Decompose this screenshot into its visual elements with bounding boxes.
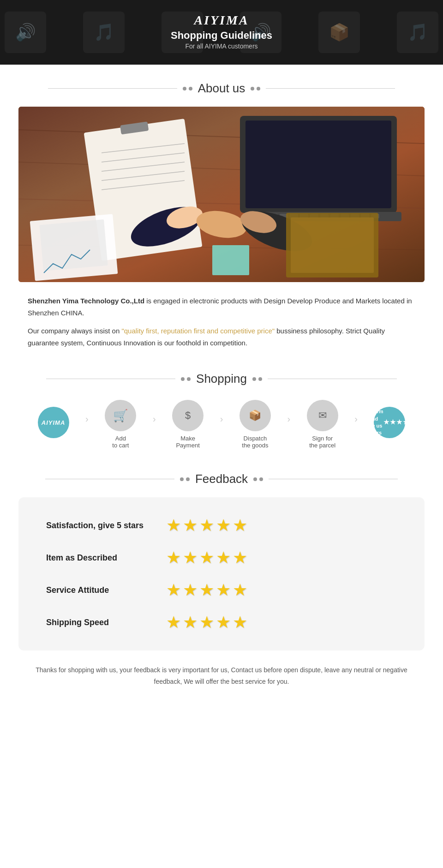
feedback-label-shipping: Shipping Speed (46, 618, 166, 627)
dot-7 (252, 377, 256, 381)
dot-3 (251, 87, 254, 90)
svg-rect-34 (39, 219, 108, 271)
flow-icon-dispatch: 📦 (239, 400, 271, 431)
shopping-flow: AIYIMA › 🛒 Addto cart › $ MakePayment › … (18, 400, 425, 449)
dot-4 (257, 87, 260, 90)
feedback-row-described: Item as Described ★ ★ ★ ★ ★ (46, 548, 397, 567)
about-text: Shenzhen Yima Technology Co.,Ltd is enga… (28, 295, 415, 349)
shopping-dots-right (252, 377, 262, 381)
svg-rect-37 (291, 217, 374, 273)
star-5: ★ (233, 516, 247, 535)
star-15: ★ (233, 580, 247, 600)
feedback-row-satisfaction: Satisfaction, give 5 stars ★ ★ ★ ★ ★ (46, 516, 397, 535)
flow-icon-sign: ✉ (307, 400, 338, 431)
star-12: ★ (183, 580, 198, 600)
feedback-dots-left (180, 477, 190, 481)
feedback-divider-right (269, 479, 398, 479)
feedback-stars-described: ★ ★ ★ ★ ★ (166, 548, 247, 567)
flow-label-cart: Addto cart (112, 435, 129, 449)
feedback-label-satisfaction: Satisfaction, give 5 stars (46, 521, 166, 530)
bg-icon-1: 🔊 (5, 12, 46, 53)
star-18: ★ (199, 613, 214, 632)
star-10: ★ (233, 548, 247, 567)
flow-step-sign: ✉ Sign forthe parcel (287, 400, 357, 449)
star-14: ★ (216, 580, 231, 600)
dot-8 (258, 377, 262, 381)
feedback-section-divider: Feedback (0, 472, 443, 486)
flow-step-confirm: Confirm andgive us 5 stars ★★★ ★★ (355, 407, 425, 442)
about-title: About us (198, 81, 245, 96)
star-17: ★ (183, 613, 198, 632)
flow-label-payment: MakePayment (176, 435, 199, 449)
star-19: ★ (216, 613, 231, 632)
star-13: ★ (199, 580, 214, 600)
star-16: ★ (166, 613, 181, 632)
divider-line-left (48, 88, 177, 89)
dot-10 (186, 477, 190, 481)
about-para2-highlight: "quality first, reputation first and com… (121, 327, 275, 335)
feedback-dots-right (253, 477, 263, 481)
divider-dots-left (183, 87, 192, 90)
svg-rect-35 (212, 245, 249, 275)
feedback-card: Satisfaction, give 5 stars ★ ★ ★ ★ ★ Ite… (18, 497, 425, 651)
svg-rect-6 (245, 121, 391, 208)
about-paragraph-1: Shenzhen Yima Technology Co.,Ltd is enga… (28, 295, 415, 319)
feedback-row-service: Service Attitude ★ ★ ★ ★ ★ (46, 580, 397, 600)
shopping-title: Shopping (196, 372, 247, 386)
about-image (18, 107, 425, 282)
star-6: ★ (166, 548, 181, 567)
flow-step-aiyima: AIYIMA (18, 407, 88, 442)
flow-step-dispatch: 📦 Dispatchthe goods (220, 400, 290, 449)
dot-5 (181, 377, 185, 381)
about-section-divider: About us (0, 81, 443, 96)
header: 🔊 🎵 🔊 📦 🎵 AIYIMA Shopping Guidelines For… (0, 0, 443, 65)
flow-label-sign: Sign forthe parcel (309, 435, 335, 449)
feedback-stars-shipping: ★ ★ ★ ★ ★ (166, 613, 247, 632)
footer-text: Thanks for shopping with us, your feedba… (28, 664, 415, 687)
divider-line-right (266, 88, 395, 89)
company-name: Shenzhen Yima Technology Co.,Ltd (28, 297, 144, 305)
about-paragraph-2: Our company always insist on "quality fi… (28, 325, 415, 349)
star-2: ★ (183, 516, 198, 535)
about-para2-prefix: Our company always insist on (28, 327, 121, 335)
flow-icon-payment: $ (172, 400, 204, 431)
flow-icon-cart: 🛒 (105, 400, 136, 431)
header-content: AIYIMA Shopping Guidelines For all AIYIM… (171, 13, 272, 50)
flow-icon-aiyima: AIYIMA (38, 407, 69, 438)
feedback-label-service: Service Attitude (46, 585, 166, 595)
flow-step-payment: $ MakePayment (153, 400, 223, 449)
star-4: ★ (216, 516, 231, 535)
star-1: ★ (166, 516, 181, 535)
star-8: ★ (199, 548, 214, 567)
star-9: ★ (216, 548, 231, 567)
shopping-divider-right (268, 379, 397, 379)
feedback-row-shipping: Shipping Speed ★ ★ ★ ★ ★ (46, 613, 397, 632)
brand-logo: AIYIMA (171, 13, 272, 28)
dot-6 (187, 377, 191, 381)
divider-dots-right (251, 87, 260, 90)
dot-12 (259, 477, 263, 481)
feedback-divider-left (45, 479, 174, 479)
star-20: ★ (233, 613, 247, 632)
dot-2 (189, 87, 192, 90)
dot-11 (253, 477, 257, 481)
shopping-dots-left (181, 377, 191, 381)
feedback-label-described: Item as Described (46, 553, 166, 563)
star-11: ★ (166, 580, 181, 600)
bg-icon-6: 🎵 (397, 12, 438, 53)
flow-icon-confirm: Confirm andgive us 5 stars ★★★ ★★ (374, 407, 405, 438)
feedback-stars-service: ★ ★ ★ ★ ★ (166, 580, 247, 600)
bg-icon-5: 📦 (318, 12, 360, 53)
shopping-divider-left (46, 379, 175, 379)
header-title: Shopping Guidelines (171, 30, 272, 42)
shopping-section-divider: Shopping (0, 372, 443, 386)
dot-9 (180, 477, 184, 481)
feedback-stars-satisfaction: ★ ★ ★ ★ ★ (166, 516, 247, 535)
header-subtitle: For all AIYIMA customers (171, 42, 272, 50)
bg-icon-2: 🎵 (83, 12, 125, 53)
star-7: ★ (183, 548, 198, 567)
dot-1 (183, 87, 186, 90)
feedback-title: Feedback (195, 472, 248, 486)
handshake-svg (18, 107, 425, 282)
flow-label-dispatch: Dispatchthe goods (242, 435, 268, 449)
